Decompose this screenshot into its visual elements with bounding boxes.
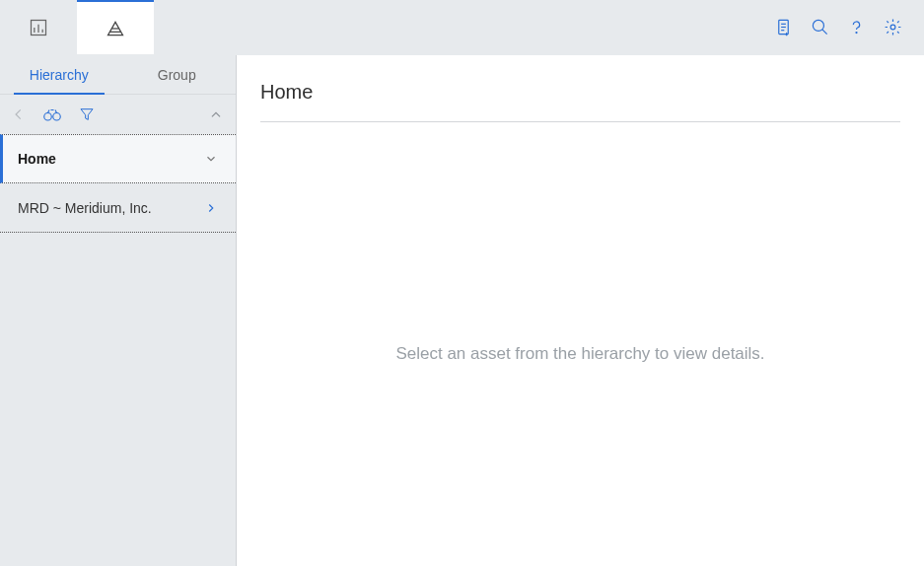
filter-icon[interactable] <box>79 106 95 122</box>
sidebar-toolbar-left <box>12 106 95 122</box>
topbar-left <box>0 0 154 54</box>
empty-state-text: Select an asset from the hierarchy to vi… <box>260 122 900 546</box>
clipboard-icon[interactable] <box>774 18 793 36</box>
topbar-right <box>774 18 924 36</box>
tree-item-mrd[interactable]: MRD ~ Meridium, Inc. <box>0 183 236 233</box>
tree: Home MRD ~ Meridium, Inc. <box>0 134 236 233</box>
binoculars-icon[interactable] <box>43 106 61 122</box>
tab-hierarchy-label: Hierarchy <box>30 67 89 83</box>
chevron-right-icon <box>204 201 218 215</box>
tab-group-label: Group <box>158 67 196 83</box>
tree-item-label: Home <box>18 151 56 167</box>
collapse-up-icon[interactable] <box>208 107 224 121</box>
dashboard-icon <box>29 18 48 37</box>
gear-icon[interactable] <box>884 18 902 36</box>
tab-hierarchy[interactable]: Hierarchy <box>0 55 118 94</box>
svg-point-16 <box>890 25 895 30</box>
top-tab-hierarchy[interactable] <box>77 0 154 54</box>
tree-item-label: MRD ~ Meridium, Inc. <box>18 200 152 216</box>
svg-marker-19 <box>81 109 93 120</box>
content: Home Select an asset from the hierarchy … <box>237 55 924 566</box>
svg-point-15 <box>856 32 857 33</box>
page-title: Home <box>260 75 900 122</box>
tree-item-home[interactable]: Home <box>0 134 236 183</box>
help-icon[interactable] <box>847 18 866 36</box>
sidebar-toolbar <box>0 95 236 134</box>
chevron-down-icon <box>204 152 218 166</box>
svg-point-17 <box>44 113 52 121</box>
top-tab-dashboard[interactable] <box>0 0 77 54</box>
svg-point-18 <box>53 113 61 121</box>
svg-point-13 <box>813 20 823 31</box>
hierarchy-icon <box>106 19 125 38</box>
svg-line-14 <box>822 30 827 35</box>
tab-group[interactable]: Group <box>118 55 237 94</box>
back-icon <box>12 107 26 121</box>
main: Hierarchy Group <box>0 55 924 566</box>
topbar <box>0 0 924 55</box>
sidebar: Hierarchy Group <box>0 55 237 566</box>
sidebar-tabs: Hierarchy Group <box>0 55 236 95</box>
search-icon[interactable] <box>811 18 829 36</box>
